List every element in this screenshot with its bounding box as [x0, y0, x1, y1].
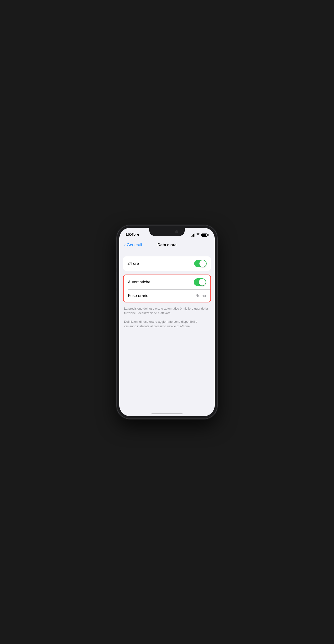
automatiche-label: Automatiche — [128, 280, 150, 284]
volume-up-button[interactable] — [116, 272, 117, 288]
signal-bar-2 — [192, 235, 192, 236]
toggle-knob — [200, 260, 206, 267]
battery-fill — [202, 234, 206, 236]
fuso-orario-row[interactable]: Fuso orario Roma — [124, 290, 210, 302]
status-icons — [191, 233, 209, 237]
24ore-label: 24 ore — [128, 261, 139, 266]
info-text-1: La precisione del fuso orario automatico… — [123, 306, 211, 316]
fuso-orario-value: Roma — [196, 294, 206, 298]
status-time: 16:45 ◀ — [126, 232, 139, 237]
back-chevron-icon: ‹ — [124, 242, 126, 248]
time-display: 16:45 — [126, 232, 136, 237]
toggle-knob-auto — [199, 279, 206, 286]
info-text-1-content: La precisione del fuso orario automatico… — [124, 307, 208, 315]
back-label: Generali — [127, 242, 142, 247]
signal-bar-3 — [193, 234, 194, 236]
section-24ore: 24 ore — [123, 256, 211, 271]
navigation-bar: ‹ Generali Data e ora — [119, 238, 215, 252]
battery-icon — [201, 234, 208, 236]
mute-button[interactable] — [116, 259, 117, 268]
settings-content: 24 ore Automatiche Fuso orario Ro — [119, 252, 215, 416]
fuso-orario-label: Fuso orario — [128, 294, 148, 298]
signal-bar-1 — [191, 236, 192, 236]
location-arrow-icon: ◀ — [136, 233, 139, 236]
battery-body — [201, 234, 208, 236]
page-title: Data e ora — [158, 242, 176, 247]
signal-icon — [191, 234, 195, 236]
phone-frame: 16:45 ◀ — [117, 226, 217, 418]
wifi-icon — [196, 233, 200, 237]
automatiche-toggle[interactable] — [194, 278, 206, 286]
back-button[interactable]: ‹ Generali — [124, 242, 142, 248]
camera — [175, 230, 178, 233]
info-text-2: Definizioni di fuso orario aggiornate so… — [123, 320, 211, 329]
info-text-2-content: Definizioni di fuso orario aggiornate so… — [124, 320, 197, 328]
24ore-toggle[interactable] — [194, 260, 206, 268]
phone-screen: 16:45 ◀ — [119, 228, 215, 416]
notch — [149, 228, 185, 236]
battery-tip — [208, 234, 208, 236]
automatiche-row: Automatiche — [124, 275, 210, 289]
signal-bar-4 — [194, 234, 195, 236]
section-automatiche: Automatiche Fuso orario Roma — [123, 274, 211, 302]
home-indicator[interactable] — [152, 413, 182, 414]
power-button[interactable] — [217, 272, 218, 297]
volume-down-button[interactable] — [116, 291, 117, 308]
24ore-row: 24 ore — [123, 256, 211, 271]
